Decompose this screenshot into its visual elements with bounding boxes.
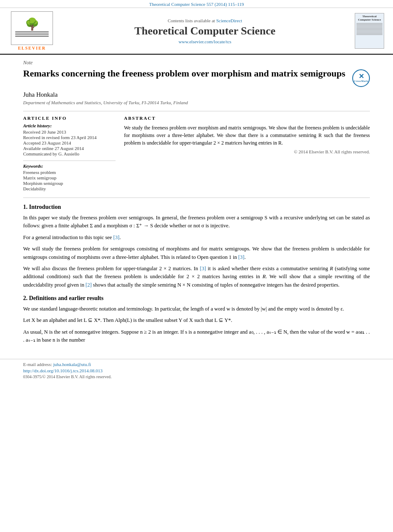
section-1-para-3: We will also discuss the freeness proble… (23, 265, 370, 289)
ref-3-link-3[interactable]: [3] (200, 266, 206, 271)
elsevier-tree-icon: 🌳 (25, 18, 40, 30)
abstract-text: We study the freeness problem over morph… (124, 124, 370, 147)
article-info-heading: ARTICLE INFO (23, 116, 116, 121)
keywords-section: Keywords: Freeness problem Matrix semigr… (23, 161, 116, 191)
footer-email: E-mail address: juha.honkala@utu.fi (23, 362, 370, 367)
section-1-para-1: For a general introduction to this topic… (23, 234, 370, 242)
history-online: Available online 27 August 2014 (23, 146, 116, 151)
ref-3-link[interactable]: [3] (113, 234, 120, 240)
elsevier-label: ELSEVIER (18, 46, 46, 50)
article-info-column: ARTICLE INFO Article history: Received 2… (23, 116, 116, 192)
article-main: Note Remarks concerning the freeness pro… (0, 55, 393, 355)
section-2-para-1: Let X be an alphabet and let L ⊆ X*. The… (23, 316, 370, 324)
keyword-2: Morphism semigroup (23, 181, 116, 186)
keyword-3: Decidability (23, 186, 116, 191)
abstract-column: ABSTRACT We study the freeness problem o… (124, 116, 370, 192)
section-1-para-2: We will study the freeness problem for s… (23, 245, 370, 261)
keyword-0: Freeness problem (23, 170, 116, 175)
crossmark-icon: ✕ (359, 73, 364, 80)
copyright-line: © 2014 Elsevier B.V. All rights reserved… (124, 149, 370, 154)
footer-doi[interactable]: http://dx.doi.org/10.1016/j.tcs.2014.08.… (23, 368, 370, 373)
journal-header-bar: Theoretical Computer Science 557 (2014) … (0, 0, 393, 8)
footer-issn: 0304-3975/© 2014 Elsevier B.V. All right… (23, 374, 370, 379)
article-info-abstract: ARTICLE INFO Article history: Received 2… (23, 111, 370, 192)
ref-3-link-2[interactable]: [3] (238, 254, 245, 260)
section-1-heading: 1. Introduction (23, 204, 370, 211)
email-label: E-mail address: (23, 362, 52, 367)
crossmark-label: CrossMark (354, 80, 368, 83)
keywords-label: Keywords: (23, 163, 116, 169)
crossmark-badge[interactable]: ✕ CrossMark (352, 69, 370, 87)
abstract-heading: ABSTRACT (124, 116, 370, 121)
publisher-logo: 🌳 ELSEVIER (7, 11, 57, 50)
history-communicated: Communicated by G. Ausiello (23, 151, 116, 156)
section-2-para-0: We use standard language-theoretic notat… (23, 305, 370, 313)
logo-lines (15, 30, 49, 38)
article-footer: E-mail address: juha.honkala@utu.fi http… (0, 359, 393, 382)
section-2-heading: 2. Definitions and earlier results (23, 295, 370, 302)
email-link[interactable]: juha.honkala@utu.fi (53, 362, 91, 367)
author-name: Juha Honkala (23, 91, 370, 98)
journal-title: Theoretical Computer Science (57, 25, 353, 37)
article-title: Remarks concerning the freeness problem … (23, 68, 348, 80)
journal-header: 🌳 ELSEVIER Contents lists available at S… (0, 8, 393, 55)
article-title-container: Remarks concerning the freeness problem … (23, 68, 370, 87)
ref-2-link[interactable]: [2] (86, 282, 92, 288)
article-type-label: Note (23, 60, 370, 66)
history-revised: Received in revised form 23 April 2014 (23, 135, 116, 140)
journal-thumbnail: Theoretical Computer Science (353, 13, 386, 49)
section-1-para-0: In this paper we study the freeness prob… (23, 214, 370, 230)
section-2-para-2: As usual, N is the set of nonnegative in… (23, 328, 370, 345)
author-affiliation: Department of Mathematics and Statistics… (23, 100, 370, 105)
history-accepted: Accepted 23 August 2014 (23, 140, 116, 145)
section-divider (23, 198, 370, 198)
article-history-label: Article history: (23, 123, 116, 128)
keyword-1: Matrix semigroup (23, 175, 116, 180)
journal-header-center: Contents lists available at ScienceDirec… (57, 18, 353, 44)
sciencedirect-link[interactable]: ScienceDirect (216, 18, 242, 23)
contents-available-line: Contents lists available at ScienceDirec… (57, 18, 353, 23)
journal-url[interactable]: www.elsevier.com/locate/tcs (57, 39, 353, 44)
history-received: Received 20 June 2013 (23, 129, 116, 134)
